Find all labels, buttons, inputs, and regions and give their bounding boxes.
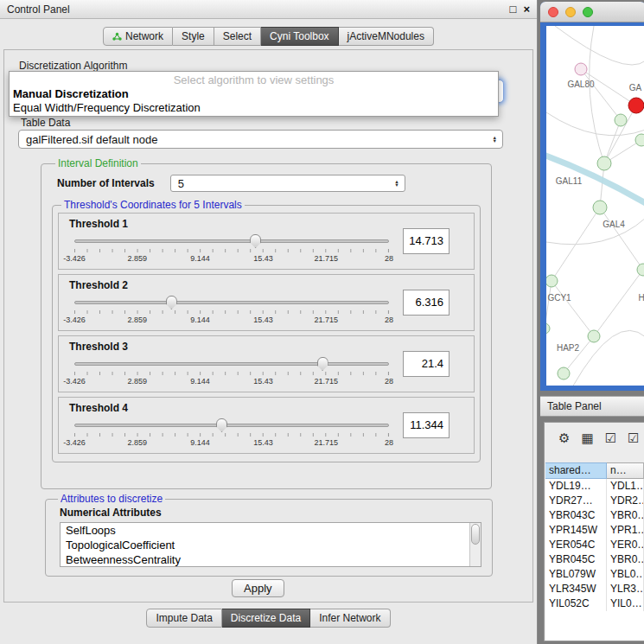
control-panel-content: Discretization Algorithm Select algorith… (3, 49, 533, 603)
dropdown-option-manual-discretization[interactable]: Manual Discretization (10, 87, 498, 101)
network-node[interactable] (628, 98, 644, 113)
network-node[interactable] (637, 264, 644, 276)
slider-thumb[interactable] (166, 296, 177, 309)
network-edge (564, 336, 594, 373)
num-intervals-value: 5 (178, 177, 392, 190)
table-cell[interactable]: YDR27… (545, 494, 607, 508)
table-cell[interactable]: YPR145W (545, 523, 607, 538)
table-cell[interactable]: YDL19… (545, 479, 607, 494)
threshold-row: -3.4262.8599.14415.4321.715286.316 (59, 295, 474, 325)
attribute-item-topologicalcoefficient[interactable]: TopologicalCoefficient (61, 538, 481, 552)
network-window-titlebar (540, 2, 644, 22)
select-rows-icon[interactable]: ☑ (628, 431, 639, 444)
dropdown-option-equal-width-frequency-discretization[interactable]: Equal Width/Frequency Discretization (10, 101, 498, 115)
table-cell[interactable]: YBR0… (607, 508, 644, 523)
slider-track[interactable] (74, 424, 389, 427)
network-edge (552, 207, 600, 281)
threshold-value-input[interactable]: 11.344 (403, 412, 450, 438)
threshold-value-input[interactable]: 14.713 (403, 228, 450, 254)
threshold-slider[interactable] (74, 295, 389, 309)
network-node[interactable] (593, 201, 607, 214)
traffic-light-minimize-icon[interactable] (565, 7, 576, 17)
table-cell[interactable]: YER054C (545, 538, 607, 552)
table-cell[interactable]: YLR3… (607, 582, 644, 596)
tab-infer-network[interactable]: Infer Network (310, 609, 390, 628)
table-row[interactable]: YIL052CYIL0… (545, 596, 644, 611)
column-header-shared[interactable]: shared… (545, 462, 607, 479)
table-data-select[interactable]: galFiltered.sif default node ▲ ▼ (18, 130, 503, 149)
tab-select[interactable]: Select (214, 27, 261, 46)
table-cell[interactable]: YBL0… (607, 567, 644, 582)
threshold-value-input[interactable]: 6.316 (403, 290, 450, 316)
table-cell[interactable]: YDL1… (607, 479, 644, 494)
traffic-light-zoom-icon[interactable] (583, 7, 593, 17)
slider-track[interactable] (74, 301, 389, 304)
network-canvas[interactable]: GAL80GAGAL11GAL4GCY1HHAP2 (546, 26, 644, 386)
slider-column: -3.4262.8599.14415.4321.71528 (74, 418, 389, 448)
network-node[interactable] (588, 330, 600, 342)
threshold-panel: Threshold 3-3.4262.8599.14415.4321.71528… (58, 335, 475, 392)
table-row[interactable]: YBR045CYBR0… (545, 552, 644, 567)
table-row[interactable]: YBL079WYBL0… (545, 567, 644, 582)
table-cell[interactable]: YPR1… (607, 523, 644, 538)
select-columns-icon[interactable]: ☑ (605, 431, 616, 444)
network-node[interactable] (575, 63, 587, 75)
network-node[interactable] (546, 323, 550, 334)
network-node[interactable] (635, 134, 644, 146)
close-window-icon[interactable]: × (523, 4, 530, 15)
table-cell[interactable]: YBR0… (607, 552, 644, 567)
tab-jactivemnodules[interactable]: jActiveMNodules (339, 27, 434, 46)
tab-discretize-data[interactable]: Discretize Data (222, 609, 310, 628)
network-node[interactable] (546, 275, 558, 287)
apply-button[interactable]: Apply (232, 579, 284, 597)
slider-ticks (74, 310, 389, 314)
slider-thumb[interactable] (317, 357, 328, 371)
network-node[interactable] (597, 156, 611, 170)
threshold-slider[interactable] (74, 418, 389, 432)
float-window-icon[interactable]: □ (510, 4, 517, 15)
table-cell[interactable]: YBR043C (545, 508, 607, 523)
table-cell[interactable]: YBR045C (545, 552, 607, 567)
attributes-scrollbar[interactable] (469, 523, 481, 566)
table-row[interactable]: YLR345WYLR3… (545, 582, 644, 596)
threshold-value-input[interactable]: 21.4 (403, 351, 450, 377)
threshold-slider[interactable] (74, 356, 389, 371)
network-node[interactable] (558, 367, 570, 379)
slider-track[interactable] (74, 239, 389, 243)
tab-network[interactable]: Network (103, 27, 173, 46)
table-row[interactable]: YPR145WYPR1… (545, 523, 644, 538)
table-cell[interactable]: YER0… (607, 538, 644, 552)
network-node[interactable] (615, 114, 627, 126)
tab-cyni-toolbox[interactable]: Cyni Toolbox (261, 27, 338, 46)
table-row[interactable]: YER054CYER0… (545, 538, 644, 552)
table-cell[interactable]: YIL0… (607, 596, 644, 611)
table-cell[interactable]: YBL079W (545, 567, 607, 582)
columns-icon[interactable]: ▦ (581, 431, 593, 444)
network-edge (546, 218, 644, 245)
attributes-group: Attributes to discretize Numerical Attri… (45, 493, 493, 577)
slider-track[interactable] (74, 362, 389, 366)
attribute-item-betweennesscentrality[interactable]: BetweennessCentrality (61, 552, 481, 567)
slider-thumb[interactable] (216, 418, 227, 432)
slider-ticks (74, 249, 389, 252)
table-cell[interactable]: YLR345W (545, 582, 607, 596)
gear-icon[interactable]: ⚙ (558, 431, 570, 444)
table-row[interactable]: YDL19…YDL1… (545, 479, 644, 494)
traffic-light-close-icon[interactable] (548, 7, 558, 17)
scale-tick-label: 2.859 (128, 377, 148, 386)
table-header: shared…n… (545, 462, 644, 479)
table-cell[interactable]: YDR2… (607, 494, 644, 508)
table-cell[interactable]: YIL052C (545, 596, 607, 611)
control-panel-titlebar: Control Panel □ × (0, 0, 537, 19)
table-row[interactable]: YDR27…YDR2… (545, 494, 644, 508)
threshold-slider[interactable] (74, 233, 389, 248)
tab-style[interactable]: Style (173, 27, 214, 46)
attribute-item-selfloops[interactable]: SelfLoops (61, 523, 481, 538)
slider-thumb[interactable] (250, 234, 261, 248)
tab-impute-data[interactable]: Impute Data (146, 609, 221, 628)
num-intervals-select[interactable]: 5 ▲ ▼ (170, 175, 405, 192)
scrollbar-thumb[interactable] (471, 524, 480, 545)
table-row[interactable]: YBR043CYBR0… (545, 508, 644, 523)
attributes-list: SelfLoopsTopologicalCoefficientBetweenne… (60, 522, 481, 567)
column-header-n[interactable]: n… (607, 462, 644, 479)
